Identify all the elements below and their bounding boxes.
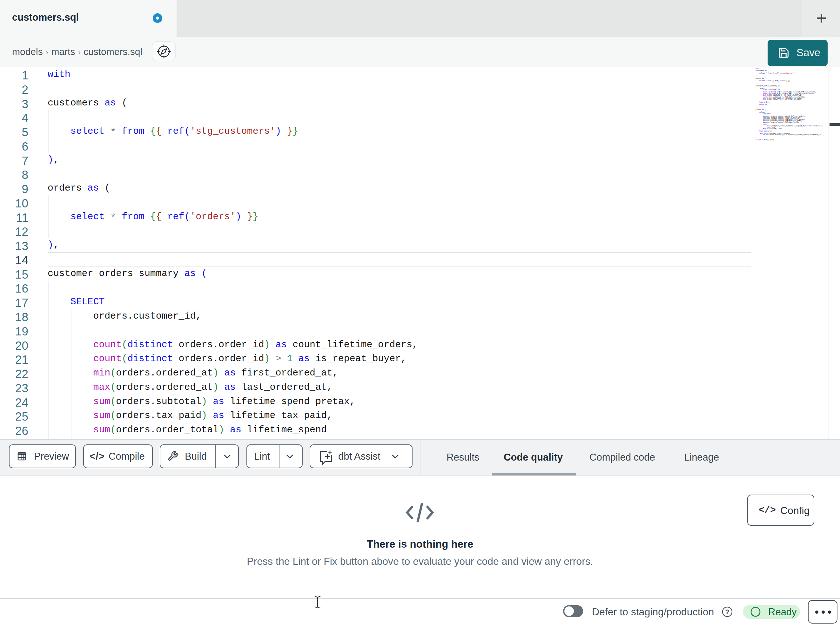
svg-text:?: ?	[725, 608, 729, 616]
